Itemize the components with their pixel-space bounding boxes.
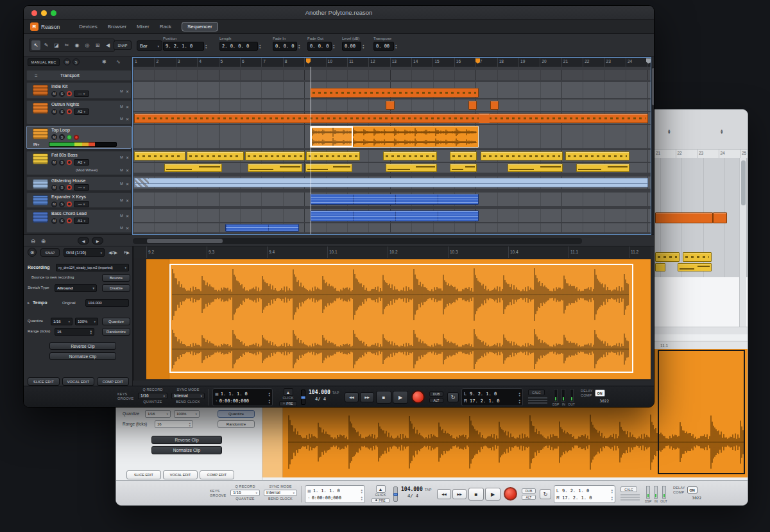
field-stepper[interactable]: [333, 44, 335, 49]
gear-icon[interactable]: ✱: [102, 59, 107, 65]
output-mode-select[interactable]: —: [74, 201, 89, 207]
time-signature[interactable]: 4/ 4: [401, 493, 434, 499]
field-stepper[interactable]: [205, 44, 207, 49]
right-locator-stepper[interactable]: [518, 399, 520, 404]
time-stepper[interactable]: [361, 495, 363, 501]
tab-devices[interactable]: Devices: [79, 24, 97, 30]
position-stepper[interactable]: [268, 391, 270, 397]
track-fat-80s-bass[interactable]: Fat 80s Bass M S A2 (Mod Wheel) M✕ M✕: [26, 151, 132, 175]
title-bar[interactable]: Another Polytone.reason: [24, 6, 654, 20]
record-button[interactable]: [504, 487, 517, 501]
record-arm-button[interactable]: [67, 109, 72, 114]
loop-button[interactable]: ↻: [447, 392, 459, 402]
zoom-window-button[interactable]: [51, 10, 56, 16]
quantize-button[interactable]: Quantize: [218, 410, 255, 418]
mute-button[interactable]: M: [51, 218, 57, 224]
range-ticks-field[interactable]: 16: [55, 328, 94, 336]
track-thumbnail[interactable]: [33, 103, 48, 114]
dub-button[interactable]: DUB: [522, 488, 536, 493]
song-position-bars[interactable]: 1. 1. 1. 0: [313, 488, 359, 493]
metronome-icon[interactable]: ▲: [284, 388, 293, 396]
bass-chord-lane-2[interactable]: [133, 223, 651, 232]
left-locator-value[interactable]: 9. 2. 1. 0: [562, 488, 609, 493]
editor-ruler[interactable]: 9.29.39.410.110.210.310.411.111.2: [133, 246, 651, 258]
transpose-value[interactable]: 0. 00: [373, 42, 394, 51]
recording-select[interactable]: ny_drm124_steady_top.rx2 (imported): [56, 264, 129, 271]
track-name[interactable]: Fat 80s Bass: [51, 153, 78, 157]
solo-button[interactable]: S: [59, 185, 65, 191]
scrollbar-thumb[interactable]: [652, 68, 654, 105]
field-stepper[interactable]: [395, 44, 397, 49]
range-stepper[interactable]: [189, 422, 191, 427]
quantize-amount-select[interactable]: 100%: [75, 318, 98, 325]
clip-fat-bass[interactable]: [450, 151, 477, 160]
output-mode-select[interactable]: —: [74, 184, 89, 191]
tab-mixer[interactable]: Mixer: [137, 24, 150, 30]
tab-browser[interactable]: Browser: [108, 24, 126, 30]
tempo-section[interactable]: 104.000TAP 4/ 4: [401, 486, 434, 499]
length-value[interactable]: 2. 0. 0. 0: [219, 42, 258, 51]
tab-vocal-edit[interactable]: VOCAL EDIT: [62, 377, 94, 386]
delay-comp-on-button[interactable]: ON: [595, 390, 605, 397]
tab-comp-edit[interactable]: COMP EDIT: [200, 470, 234, 479]
range-ticks-field[interactable]: 16: [155, 420, 193, 428]
q-record-select[interactable]: 1/16: [230, 490, 260, 496]
solo-button[interactable]: S: [59, 218, 65, 224]
clip-outrun-hatched[interactable]: [490, 101, 499, 110]
track-name[interactable]: Bass-Chord-Lead: [51, 211, 87, 216]
alt-button[interactable]: ALT: [429, 398, 443, 403]
nav-left-button[interactable]: ◀: [78, 237, 89, 245]
clip-bass-chord-small[interactable]: [225, 224, 299, 232]
tab-slice-edit[interactable]: SLICE EDIT: [28, 377, 60, 386]
lane-close-button[interactable]: ✕: [126, 198, 129, 203]
tempo-disclosure[interactable]: ▸: [28, 300, 30, 305]
mute-tool-icon[interactable]: ◉: [73, 40, 81, 50]
tab-rack[interactable]: Rack: [160, 24, 171, 30]
clip-indie-kit[interactable]: [310, 88, 479, 98]
tempo-section[interactable]: 104.000TAP 4/ 4: [309, 390, 342, 402]
right-locator-value[interactable]: 17. 2. 1. 0: [470, 399, 517, 404]
output-mode-select[interactable]: A2: [74, 159, 89, 166]
transport-lane[interactable]: [133, 70, 651, 80]
scrollbar-thumb[interactable]: [147, 239, 223, 243]
bounce-button[interactable]: Bounce: [102, 274, 130, 282]
arrow-tool-icon[interactable]: ↖: [31, 40, 40, 50]
clip-orange-hatched[interactable]: [713, 212, 727, 223]
fade-out-value[interactable]: 0. 0. 0: [307, 42, 332, 51]
lane-close-button[interactable]: ✕: [126, 214, 129, 218]
song-position-time[interactable]: 0:00:00;000: [312, 495, 359, 501]
clip-modwheel-automation[interactable]: [508, 164, 563, 172]
clip-outrun-long[interactable]: [134, 114, 648, 123]
level-value[interactable]: 0.00: [342, 42, 361, 51]
comp-selection-box[interactable]: [311, 126, 353, 147]
tab-sequencer[interactable]: Sequencer: [182, 22, 218, 31]
lane-mute-button[interactable]: M: [120, 155, 123, 160]
lane-mute-button[interactable]: M: [120, 168, 123, 173]
tempo-fader-knob[interactable]: [301, 396, 305, 399]
minimize-window-button[interactable]: [41, 10, 47, 16]
track-thumbnail[interactable]: [33, 85, 48, 96]
master-mute-button[interactable]: M: [64, 58, 71, 65]
position-value[interactable]: 9. 2. 1. 0: [163, 42, 204, 51]
clip-modwheel-automation[interactable]: [450, 164, 477, 172]
output-mode-select[interactable]: —: [74, 90, 89, 97]
play-button[interactable]: ▶: [485, 488, 501, 501]
right-locator-value[interactable]: 17. 2. 1. 0: [562, 495, 609, 501]
clip-fat-bass[interactable]: [383, 151, 437, 160]
track-indie-kit[interactable]: Indie Kit M S — M✕: [26, 82, 132, 99]
sync-mode-select[interactable]: Internal: [264, 490, 297, 496]
monitor-on-indicator[interactable]: [67, 135, 72, 140]
output-mode-select[interactable]: A2: [74, 108, 89, 115]
time-signature[interactable]: 4/ 4: [309, 397, 342, 402]
left-locator-stepper[interactable]: [611, 488, 613, 493]
lane-mute-button[interactable]: M: [120, 214, 123, 218]
record-arm-button[interactable]: [67, 218, 72, 223]
speaker-tool-icon[interactable]: ◀: [103, 40, 112, 50]
track-transport[interactable]: ≡ Transport: [26, 70, 132, 81]
quantize-while-rec-label[interactable]: QUANTIZE: [230, 497, 260, 501]
solo-button[interactable]: S: [59, 91, 65, 97]
lane-close-button[interactable]: ✕: [126, 155, 129, 160]
clip-fat-bass[interactable]: [306, 151, 360, 160]
pre-button[interactable]: PRE: [279, 401, 297, 406]
zoom-in-icon[interactable]: ⊕: [39, 237, 47, 245]
